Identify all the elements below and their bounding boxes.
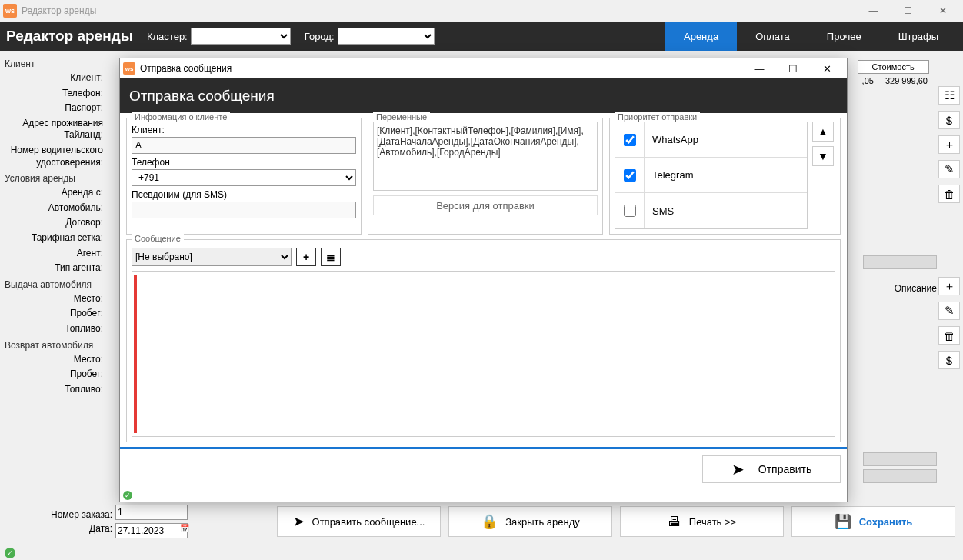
prio-row-sms[interactable]: SMS <box>615 193 807 228</box>
label-tariff: Тарифная сетка: <box>3 231 105 246</box>
bg-field <box>863 255 937 269</box>
edit-icon-2[interactable]: ✎ <box>938 302 960 320</box>
phone-select[interactable]: +791 <box>132 169 356 186</box>
label-fuel-out: Топливо: <box>3 322 105 337</box>
label-address: Адрес проживания Тайланд: <box>3 116 105 143</box>
close-rent-button[interactable]: 🔒 Закрыть аренду <box>448 506 612 537</box>
delete-icon[interactable]: 🗑 <box>938 185 960 203</box>
template-select[interactable]: [Не выбрано] <box>132 248 292 266</box>
app-icon: ws <box>3 4 17 18</box>
tab-payment[interactable]: Оплата <box>737 22 808 51</box>
send-message-button[interactable]: ➤ Отправить сообщение... <box>277 506 441 537</box>
label-contract: Договор: <box>3 215 105 231</box>
cost-val1: ,05 <box>858 75 878 86</box>
minimize-button[interactable]: — <box>856 0 891 22</box>
vars-group-title: Переменные <box>373 112 430 122</box>
order-input[interactable] <box>115 505 188 520</box>
prio-check-telegram[interactable] <box>624 169 636 182</box>
prio-group-title: Приоритет отправки <box>615 112 700 122</box>
label-phone: Телефон: <box>3 86 105 102</box>
client-group-title: Информация о клиенте <box>132 112 230 122</box>
save-button[interactable]: 💾 Сохранить <box>791 506 955 537</box>
group-return: Возврат автомобиля <box>5 340 105 351</box>
order-label: Номер заказа: <box>8 508 115 522</box>
group-conditions: Условия аренды <box>5 173 105 184</box>
date-input[interactable] <box>115 523 188 538</box>
modal-minimize[interactable]: — <box>742 58 776 78</box>
maximize-button[interactable]: ☐ <box>891 0 925 22</box>
modal-header: Отправка сообщения <box>129 88 275 105</box>
prio-row-telegram[interactable]: Telegram <box>615 158 807 193</box>
tab-fines[interactable]: Штрафы <box>880 22 957 51</box>
cluster-label: Кластер: <box>147 31 188 42</box>
label-agenttype: Тип агента: <box>3 261 105 276</box>
date-label: Дата: <box>8 522 115 535</box>
label-client: Клиент: <box>3 71 105 86</box>
client-field[interactable] <box>132 137 356 154</box>
send-icon: ➤ <box>293 513 305 530</box>
modal-close[interactable]: ✕ <box>810 58 844 78</box>
modal-app-icon: ws <box>123 62 135 75</box>
tab-other[interactable]: Прочее <box>808 22 880 51</box>
label-place-in: Место: <box>3 352 105 368</box>
label-agent: Агент: <box>3 246 105 262</box>
save-icon: 💾 <box>835 513 851 530</box>
plus-icon-2[interactable]: ＋ <box>938 277 960 295</box>
plus-icon[interactable]: ＋ <box>938 135 960 154</box>
send-icon: ➤ <box>731 460 745 478</box>
dollar-icon-2[interactable]: $ <box>938 351 960 369</box>
group-pickup: Выдача автомобиля <box>5 279 105 290</box>
app-title: Редактор аренды <box>6 28 133 45</box>
priority-down-icon[interactable]: ▼ <box>812 146 834 166</box>
list-template-icon[interactable]: ≣ <box>321 248 341 266</box>
modal-title: Отправка сообщения <box>140 63 232 74</box>
prio-row-whatsapp[interactable]: WhatsApp <box>615 122 807 158</box>
group-client: Клиент <box>5 58 105 69</box>
version-button[interactable]: Версия для отправки <box>373 195 598 215</box>
label-license: Номер водительского удостоверения: <box>3 143 105 170</box>
close-button[interactable]: ✕ <box>925 0 960 22</box>
client-label: Клиент: <box>132 125 356 135</box>
msg-group-title: Сообщение <box>132 234 184 243</box>
phone-label: Телефон <box>132 157 356 168</box>
status-ok-icon: ✓ <box>5 548 15 558</box>
city-select[interactable] <box>338 28 435 45</box>
tab-rent[interactable]: Аренда <box>665 22 737 51</box>
priority-up-icon[interactable]: ▲ <box>812 122 834 142</box>
alias-label: Псевдоним (для SMS) <box>132 189 356 200</box>
cost-header: Стоимость <box>858 60 929 74</box>
label-car: Автомобиль: <box>3 201 105 216</box>
cluster-select[interactable] <box>191 28 291 45</box>
prio-check-sms[interactable] <box>624 205 636 217</box>
add-template-icon[interactable]: + <box>296 248 316 266</box>
dollar-icon[interactable]: $ <box>938 111 960 129</box>
modal-maximize[interactable]: ☐ <box>776 58 810 78</box>
required-indicator <box>134 275 137 433</box>
print-button[interactable]: 🖶 Печать >> <box>620 506 784 537</box>
print-icon: 🖶 <box>668 514 681 530</box>
label-place-out: Место: <box>3 292 105 307</box>
label-mileage-in: Пробег: <box>3 367 105 382</box>
calendar-icon[interactable]: 📅 <box>180 524 189 532</box>
prio-check-whatsapp[interactable] <box>624 134 636 146</box>
label-mileage-out: Пробег: <box>3 306 105 322</box>
send-button[interactable]: ➤ Отправить <box>702 455 841 483</box>
alias-field[interactable] <box>132 202 356 218</box>
desc-label: Описание <box>895 283 937 294</box>
vars-text: [Клиент],[КонтактныйТелефон],[Фамилия],[… <box>373 122 598 191</box>
window-title: Редактор аренды <box>22 5 96 16</box>
label-fuel-in: Топливо: <box>3 382 105 398</box>
bg-field <box>863 452 937 466</box>
city-label: Город: <box>305 31 335 42</box>
message-textarea[interactable] <box>132 271 835 437</box>
label-passport: Паспорт: <box>3 101 105 116</box>
columns-icon[interactable]: ☷ <box>938 86 960 105</box>
delete-icon-2[interactable]: 🗑 <box>938 326 960 345</box>
label-rentfrom: Аренда с: <box>3 185 105 201</box>
bg-field <box>863 469 937 483</box>
lock-icon: 🔒 <box>481 513 498 530</box>
edit-icon[interactable]: ✎ <box>938 160 960 178</box>
cost-val2: 329 999,60 <box>881 75 932 86</box>
modal-status-ok-icon: ✓ <box>123 491 132 500</box>
